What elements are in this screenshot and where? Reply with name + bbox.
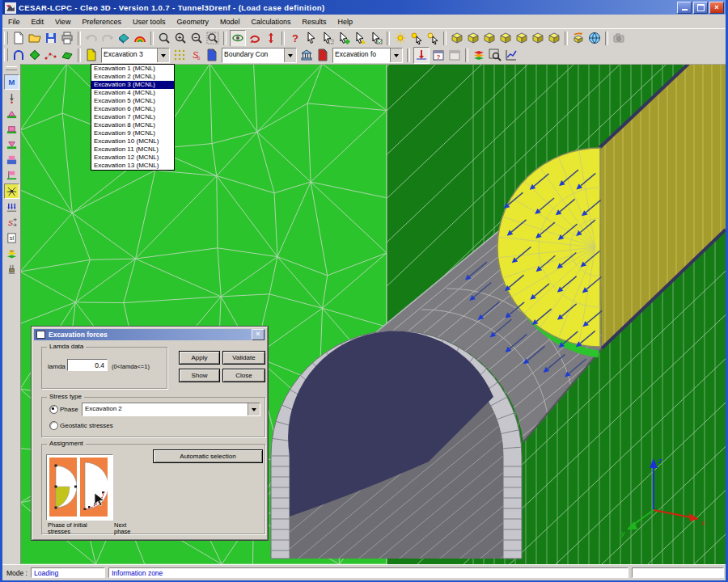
region-icon[interactable] [28,48,42,63]
pressure-arrow-icon[interactable] [413,47,430,64]
nodal-forces-icon[interactable] [5,200,19,214]
boundary-case-icon[interactable] [205,48,219,63]
phase-radio[interactable] [49,405,58,414]
mesh-points-icon[interactable] [172,48,187,63]
strata-icon[interactable] [5,247,19,260]
dropdown-item[interactable]: Excavation 4 (MCNL) [91,89,174,97]
menu-file[interactable]: File [2,16,26,27]
dialog-title-bar[interactable]: Excavation forces × [34,329,265,340]
dropdown-item[interactable]: Excavation 5 (MCNL) [91,97,174,105]
temple-icon[interactable] [299,48,314,63]
palette-icon[interactable] [133,31,147,46]
menu-user-tools[interactable]: User tools [127,16,171,27]
dropdown-item[interactable]: Excavation 8 (MCNL) [91,121,174,129]
light-pick-icon[interactable] [409,31,424,46]
menu-model[interactable]: Model [214,16,246,27]
boundary-combo-dropdown-button[interactable] [284,48,296,62]
dropdown-item[interactable]: Excavation 2 (MCNL) [91,73,174,81]
sidebar-grip[interactable] [6,66,17,70]
rotate-cube-icon[interactable] [571,31,586,46]
view-cube-back-icon[interactable] [514,31,529,46]
initial-stress-icon[interactable]: S0 [188,48,203,63]
view-cube-front-icon[interactable] [466,31,480,46]
view-cube-top-icon[interactable] [450,31,464,46]
elevation-icon[interactable] [264,31,278,46]
dropdown-item[interactable]: Excavation 13 (MCNL) [91,162,174,170]
automatic-selection-button[interactable]: Automatic selection [153,449,263,463]
phase-combo-dropdown-button[interactable] [248,403,260,415]
slice-icon[interactable]: sl [5,231,19,245]
title-bar[interactable]: CESAR-LCPC - Cleo 3D - Version 1.0.7 - T… [2,0,726,15]
excavation-combo-dropdown-button[interactable] [157,48,169,62]
menu-edit[interactable]: Edit [26,16,50,27]
select-icon[interactable] [304,31,319,46]
select-zoom-icon[interactable] [488,48,502,63]
rotate-view-icon[interactable] [248,31,262,46]
surface-set-icon[interactable] [60,48,74,63]
load-combo-dropdown-button[interactable] [390,48,402,62]
view-cube-left-icon[interactable] [482,31,497,46]
new-document-icon[interactable] [11,31,26,46]
apply-button[interactable]: Apply [179,351,220,365]
dropdown-item[interactable]: Excavation 11 (MCNL) [91,146,174,154]
pressure-triangle-icon[interactable] [5,107,19,120]
excavation-combo[interactable]: Excavation 3 [101,48,170,63]
phase-combo[interactable]: Excavation 2 [82,403,260,416]
help-pointer-icon[interactable]: ? [288,31,303,46]
excavation-forces-icon[interactable] [4,183,19,199]
dropdown-item[interactable]: Excavation 10 (MCNL) [91,137,174,146]
dropdown-item[interactable]: Excavation 9 (MCNL) [91,129,174,137]
world-view-icon[interactable] [587,31,602,46]
select-surface-icon[interactable] [353,31,367,46]
point-set-icon[interactable] [44,48,58,63]
dropdown-item[interactable]: Excavation 12 (MCNL) [91,154,174,162]
zoom-icon[interactable] [157,31,171,46]
geostatic-radio[interactable] [49,421,58,430]
distributed-load-icon[interactable] [5,153,19,167]
close-button[interactable]: × [709,2,724,14]
flag-load-icon[interactable] [5,168,19,182]
dropdown-item[interactable]: Excavation 1 (MCNL) [91,65,174,73]
lamda-input[interactable] [67,359,108,371]
save-icon[interactable] [44,31,58,46]
dropdown-item[interactable]: Excavation 7 (MCNL) [91,113,174,121]
maximize-button[interactable] [693,2,708,14]
load-case-yellow-icon[interactable] [84,48,99,63]
pressure-rect-icon[interactable] [5,122,19,136]
boundary-combo[interactable]: Boundary Con [222,48,297,63]
menu-calculations[interactable]: Calculations [245,16,296,27]
point-load-icon[interactable] [5,91,19,105]
print-icon[interactable] [60,31,74,46]
menu-preferences[interactable]: Preferences [76,16,127,27]
menu-view[interactable]: View [49,16,76,27]
orbit-icon[interactable] [230,30,246,47]
toolbar-grip[interactable] [4,48,8,61]
show-button[interactable]: Show [179,369,220,382]
dropdown-item[interactable]: Excavation 3 (MCNL) [91,81,174,89]
select-box-icon[interactable] [320,31,335,46]
case-properties-icon[interactable]: ? [431,48,446,63]
dialog-close-button[interactable]: × [252,329,265,340]
mesh-mode-icon[interactable]: M [4,74,19,90]
pressure-triangle2-icon[interactable] [5,137,19,151]
open-icon[interactable] [28,31,42,46]
zoom-in-icon[interactable]: + [173,31,188,46]
dropdown-item[interactable]: Excavation 6 (MCNL) [91,105,174,113]
layers-icon[interactable] [472,48,486,63]
load-case-red-icon[interactable] [315,48,330,63]
select-verify-icon[interactable] [369,31,383,46]
light-icon[interactable] [393,31,408,46]
light-pick2-icon[interactable] [425,31,440,46]
menu-geometry[interactable]: Geometry [171,16,214,27]
view-cube-bottom-icon[interactable] [531,31,545,46]
arch-icon[interactable] [11,48,26,63]
menu-results[interactable]: Results [297,16,332,27]
zoom-out-icon[interactable]: − [189,31,204,46]
validate-button[interactable]: Validate [222,351,265,365]
minimize-button[interactable] [677,2,692,14]
curves-icon[interactable] [504,48,518,63]
toolbar-grip[interactable] [4,32,8,44]
select-mesh-icon[interactable] [336,31,351,46]
stress-init-icon[interactable]: S [5,216,19,230]
close-dialog-button[interactable]: Close [222,369,265,382]
